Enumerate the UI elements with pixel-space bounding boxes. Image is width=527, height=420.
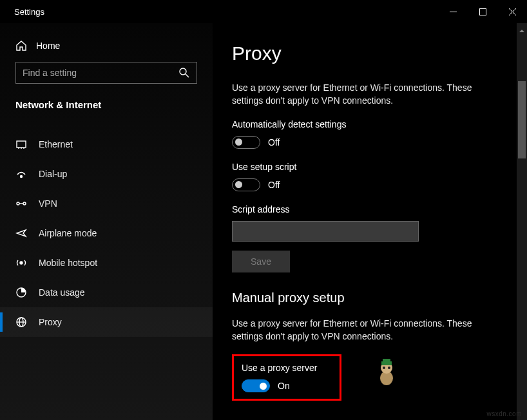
sidebar-item-airplane[interactable]: Airplane mode	[0, 218, 213, 248]
dialup-icon	[15, 168, 27, 180]
home-icon	[15, 40, 27, 52]
proxy-icon	[15, 316, 27, 328]
script-address-label: Script address	[232, 204, 508, 215]
use-script-label: Use setup script	[232, 162, 508, 172]
data-usage-icon	[15, 287, 27, 298]
svg-line-5	[186, 74, 189, 77]
vertical-scrollbar[interactable]	[517, 23, 527, 420]
hotspot-icon	[15, 257, 27, 269]
vpn-icon	[15, 198, 27, 209]
use-proxy-label: Use a proxy server	[242, 363, 332, 373]
sidebar-item-datausage[interactable]: Data usage	[0, 278, 213, 307]
sidebar-item-dialup[interactable]: Dial-up	[0, 159, 213, 189]
sidebar-item-label: Airplane mode	[39, 228, 97, 238]
mascot-image	[375, 359, 398, 388]
sidebar-nav: Ethernet Dial-up VPN Airplane mode Mobil…	[0, 129, 213, 337]
auto-detect-label: Automatically detect settings	[232, 119, 508, 129]
svg-point-24	[388, 367, 390, 369]
manual-proxy-description: Use a proxy server for Ethernet or Wi-Fi…	[232, 317, 503, 343]
svg-rect-22	[383, 359, 390, 362]
title-bar: Settings	[0, 0, 527, 23]
minimize-icon	[450, 8, 457, 15]
svg-point-11	[17, 202, 19, 205]
sidebar-item-label: Data usage	[39, 287, 85, 298]
ethernet-icon	[15, 138, 27, 150]
sidebar-item-label: Mobile hotspot	[39, 258, 97, 268]
use-script-state: Off	[268, 180, 280, 190]
sidebar-item-vpn[interactable]: VPN	[0, 189, 213, 218]
script-address-input[interactable]	[232, 221, 419, 242]
home-nav[interactable]: Home	[0, 35, 213, 62]
window-controls	[438, 1, 527, 22]
use-script-toggle[interactable]	[232, 178, 260, 191]
search-icon	[178, 67, 190, 79]
toggle-knob	[260, 383, 267, 390]
sidebar-item-hotspot[interactable]: Mobile hotspot	[0, 248, 213, 278]
auto-proxy-description: Use a proxy server for Ethernet or Wi-Fi…	[232, 81, 503, 108]
svg-rect-1	[479, 8, 486, 15]
sidebar-item-label: Proxy	[39, 317, 62, 327]
airplane-icon	[15, 227, 27, 239]
use-proxy-toggle[interactable]	[242, 379, 270, 392]
close-button[interactable]	[497, 1, 527, 22]
sidebar-item-label: VPN	[39, 198, 57, 209]
page-title: Proxy	[232, 43, 508, 64]
svg-point-23	[383, 367, 385, 369]
maximize-icon	[479, 8, 486, 15]
main-content: Proxy Use a proxy server for Ethernet or…	[213, 23, 527, 420]
svg-point-10	[21, 176, 23, 178]
scrollbar-thumb[interactable]	[518, 81, 526, 158]
scroll-up-arrow-icon[interactable]	[519, 26, 525, 32]
svg-point-14	[20, 262, 23, 264]
manual-proxy-heading: Manual proxy setup	[232, 291, 508, 305]
minimize-button[interactable]	[438, 1, 468, 22]
sidebar: Home Network & Internet Ethernet Dial-up	[0, 23, 213, 420]
highlight-annotation: Use a proxy server On	[232, 354, 341, 401]
svg-rect-6	[17, 141, 26, 148]
toggle-knob	[235, 138, 242, 146]
search-box[interactable]	[15, 62, 197, 84]
sidebar-item-label: Ethernet	[39, 139, 73, 149]
search-input[interactable]	[23, 68, 171, 78]
auto-detect-state: Off	[268, 137, 280, 148]
sidebar-item-ethernet[interactable]: Ethernet	[0, 129, 213, 159]
watermark: wsxdn.com	[486, 410, 522, 417]
maximize-button[interactable]	[468, 1, 497, 22]
app-title: Settings	[0, 7, 44, 17]
close-icon	[509, 8, 516, 15]
svg-point-4	[180, 68, 186, 75]
home-label: Home	[36, 41, 60, 51]
use-proxy-state: On	[278, 381, 290, 391]
save-button[interactable]: Save	[232, 251, 290, 272]
sidebar-section-title: Network & Internet	[0, 95, 213, 118]
toggle-knob	[235, 181, 242, 188]
auto-detect-toggle[interactable]	[232, 136, 260, 149]
sidebar-item-proxy[interactable]: Proxy	[0, 307, 213, 337]
svg-point-12	[23, 202, 26, 205]
sidebar-item-label: Dial-up	[39, 169, 67, 179]
